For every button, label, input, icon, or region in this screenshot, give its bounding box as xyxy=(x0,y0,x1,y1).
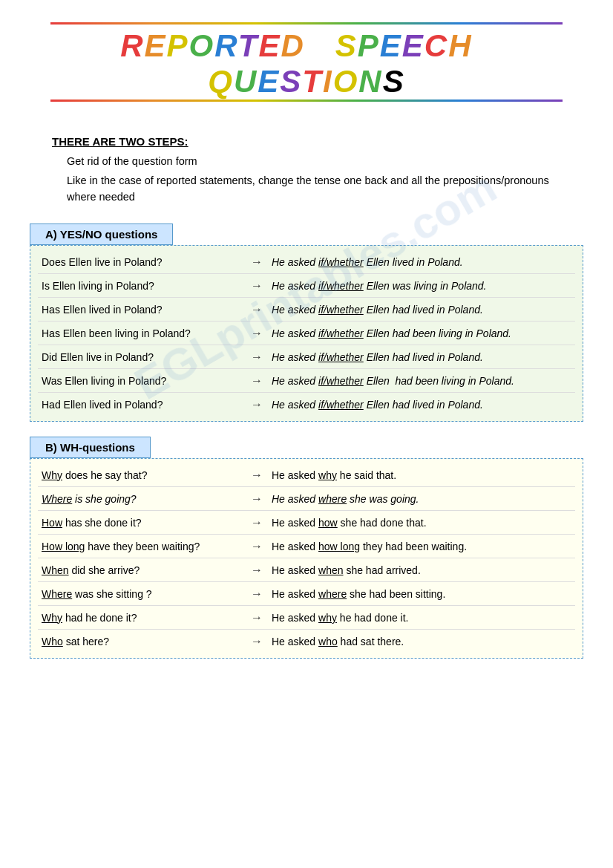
arrow-icon: → xyxy=(242,516,272,529)
answer-text: He asked how long they had been waiting. xyxy=(272,541,571,552)
question-text: How has she done it? xyxy=(42,517,242,529)
table-row: How has she done it? → He asked how she … xyxy=(38,511,575,535)
question-text: Was Ellen living in Poland? xyxy=(42,375,242,387)
table-row: Why does he say that? → He asked why he … xyxy=(38,463,575,487)
table-row: Has Ellen lived in Poland? → He asked if… xyxy=(38,298,575,322)
answer-text: He asked if/whether Ellen had been livin… xyxy=(272,375,571,387)
section-b-table: Why does he say that? → He asked why he … xyxy=(30,458,583,659)
question-text: Has Ellen lived in Poland? xyxy=(42,304,242,316)
section-b-header: B) WH-questions xyxy=(30,437,151,458)
title-section: REPORTED SPEECH QUESTIONS xyxy=(22,15,591,113)
arrow-icon: → xyxy=(242,492,272,506)
question-text: Why had he done it? xyxy=(42,612,242,624)
answer-text: He asked if/whether Ellen had lived in P… xyxy=(272,304,571,316)
arrow-icon: → xyxy=(242,635,272,648)
question-text: When did she arrive? xyxy=(42,564,242,576)
arrow-icon: → xyxy=(242,540,272,553)
table-row: Has Ellen been living in Poland? → He as… xyxy=(38,322,575,345)
arrow-icon: → xyxy=(242,564,272,577)
question-text: Why does he say that? xyxy=(42,469,242,481)
page-title: REPORTED SPEECH QUESTIONS xyxy=(22,28,591,99)
table-row: Why had he done it? → He asked why he ha… xyxy=(38,606,575,630)
arrow-icon: → xyxy=(242,587,272,601)
answer-text: He asked if/whether Ellen was living in … xyxy=(272,280,571,292)
answer-text: He asked if/whether Ellen had been livin… xyxy=(272,327,571,339)
answer-text: He asked if/whether Ellen lived in Polan… xyxy=(272,256,571,268)
arrow-icon: → xyxy=(242,469,272,482)
arrow-icon: → xyxy=(242,374,272,388)
steps-heading: THERE ARE TWO STEPS: xyxy=(52,135,561,148)
table-row: Where is she going? → He asked where she… xyxy=(38,487,575,511)
section-b: B) WH-questions Why does he say that? → … xyxy=(30,437,583,659)
table-row: Did Ellen live in Poland? → He asked if/… xyxy=(38,345,575,369)
question-text: How long have they been waiting? xyxy=(42,541,242,552)
table-row: Had Ellen lived in Poland? → He asked if… xyxy=(38,393,575,417)
answer-text: He asked why he had done it. xyxy=(272,612,571,624)
section-a-header: A) YES/NO questions xyxy=(30,223,173,245)
question-text: Where was she sitting ? xyxy=(42,588,242,600)
arrow-icon: → xyxy=(242,398,272,411)
answer-text: He asked where she had been sitting. xyxy=(272,588,571,600)
table-row: Where was she sitting ? → He asked where… xyxy=(38,582,575,606)
table-row: Who sat here? → He asked who had sat the… xyxy=(38,630,575,653)
answer-text: He asked when she had arrived. xyxy=(272,564,571,576)
arrow-icon: → xyxy=(242,350,272,364)
section-a-table: Does Ellen live in Poland? → He asked if… xyxy=(30,245,583,422)
question-text: Is Ellen living in Poland? xyxy=(42,280,242,292)
section-a: A) YES/NO questions Does Ellen live in P… xyxy=(30,223,583,422)
answer-text: He asked how she had done that. xyxy=(272,517,571,529)
answer-text: He asked who had sat there. xyxy=(272,636,571,647)
table-row: How long have they been waiting? → He as… xyxy=(38,535,575,558)
answer-text: He asked if/whether Ellen had lived in P… xyxy=(272,351,571,363)
table-row: When did she arrive? → He asked when she… xyxy=(38,558,575,582)
question-text: Has Ellen been living in Poland? xyxy=(42,327,242,339)
steps-list: Get rid of the question form Like in the… xyxy=(52,154,561,205)
step-1: Get rid of the question form xyxy=(67,154,561,170)
question-text: Does Ellen live in Poland? xyxy=(42,256,242,268)
step-2: Like in the case of reported statements,… xyxy=(67,173,561,206)
table-row: Does Ellen live in Poland? → He asked if… xyxy=(38,250,575,274)
question-text: Did Ellen live in Poland? xyxy=(42,351,242,363)
arrow-icon: → xyxy=(242,279,272,293)
table-row: Is Ellen living in Poland? → He asked if… xyxy=(38,274,575,298)
answer-text: He asked if/whether Ellen had lived in P… xyxy=(272,399,571,411)
question-text: Who sat here? xyxy=(42,636,242,647)
arrow-icon: → xyxy=(242,255,272,269)
steps-section: THERE ARE TWO STEPS: Get rid of the ques… xyxy=(52,135,561,205)
table-row: Was Ellen living in Poland? → He asked i… xyxy=(38,369,575,393)
page-container: REPORTED SPEECH QUESTIONS THERE ARE TWO … xyxy=(22,15,591,659)
answer-text: He asked where she was going. xyxy=(272,493,571,505)
title-underline-bottom xyxy=(50,99,562,102)
question-text: Where is she going? xyxy=(42,493,242,505)
arrow-icon: → xyxy=(242,327,272,340)
answer-text: He asked why he said that. xyxy=(272,469,571,481)
arrow-icon: → xyxy=(242,611,272,624)
arrow-icon: → xyxy=(242,303,272,316)
question-text: Had Ellen lived in Poland? xyxy=(42,399,242,411)
title-underline-top xyxy=(50,22,562,25)
